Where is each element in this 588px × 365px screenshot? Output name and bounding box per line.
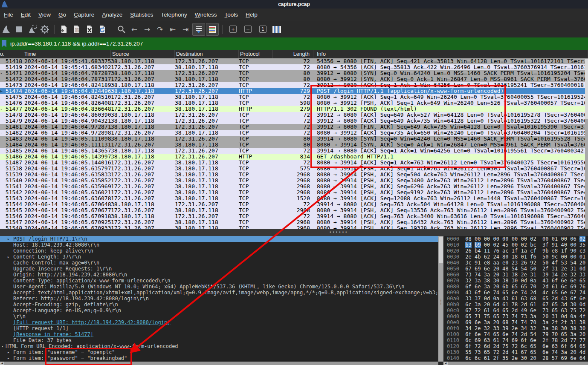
packet-row[interactable]: 514192024-06-14 19:45:41.683402172.31.26…	[0, 64, 585, 70]
packet-row[interactable]: 514832024-06-14 19:46:05.11109838.180.17…	[0, 136, 585, 142]
packet-row[interactable]: 514782024-06-14 19:46:04.86039038.180.17…	[0, 112, 585, 118]
packet-row[interactable]: 514732024-06-14 19:46:04.82418938.180.17…	[0, 82, 585, 88]
packet-row[interactable]: 515422024-06-14 19:46:05.636021172.31.26…	[0, 190, 585, 195]
menu-edit[interactable]: Edit	[17, 11, 35, 18]
column-header-source[interactable]: Source	[111, 50, 175, 58]
packet-row[interactable]: 515412024-06-14 19:46:05.635969172.31.26…	[0, 184, 585, 190]
detail-line[interactable]: Referer: http://18.194.239.42:8080/login…	[0, 296, 438, 302]
colorize-icon[interactable]	[206, 23, 219, 36]
hex-row[interactable]: 00b0 6c 3a 20 6d 61 78 2d 61 67 65 3d 30…	[443, 302, 588, 308]
column-header-time[interactable]: Time	[22, 50, 111, 58]
hex-row[interactable]: 0090 43 6f 6e 74 65 6e 74 2d 4c 65 6e 67…	[443, 290, 588, 296]
hex-row[interactable]: 0020 26 b4 11 76 ac 1f 1a cf 9b e8 1f 90…	[443, 248, 588, 254]
close-file-icon[interactable]	[84, 23, 96, 35]
detail-line[interactable]: Connection: keep-alive\r\n	[0, 248, 438, 254]
packet-list-scrollbar[interactable]	[585, 58, 588, 229]
packet-row[interactable]: 515482024-06-14 19:46:05.670933172.31.26…	[0, 225, 585, 229]
collapsed-icon[interactable]: ▸	[7, 355, 9, 361]
detail-line[interactable]: \r\n	[0, 313, 438, 319]
hex-row[interactable]: 0010 b3 b9 00 02 45 00 02 bc 3f 91 40 00…	[443, 242, 588, 248]
column-header-destination[interactable]: Destination	[175, 50, 239, 58]
packet-row[interactable]: 515472024-06-14 19:46:05.670925172.31.26…	[0, 219, 585, 225]
packet-row[interactable]: -514772024-06-14 19:46:04.836648172.31.2…	[0, 106, 585, 112]
menu-go[interactable]: Go	[55, 11, 70, 18]
hex-row[interactable]: 00c0 67 72 61 64 65 2d 49 6e 73 65 63 75…	[443, 308, 588, 313]
hex-row[interactable]: 0100 6f 6e 74 65 6e 74 2d 54 79 70 65 3a…	[443, 331, 588, 337]
hex-row[interactable]: 0030 2e 4b 62 24 80 18 01 f6 50 9c 00 00…	[443, 254, 588, 260]
hex-row[interactable]: 0050 67 69 6e 20 48 54 54 50 2f 31 2e 31…	[443, 266, 588, 272]
collapsed-icon[interactable]: ▸	[7, 236, 9, 242]
open-file-icon[interactable]	[58, 23, 70, 35]
packet-row[interactable]: -514822024-06-14 19:46:04.972898172.31.2…	[0, 130, 585, 136]
hex-row[interactable]: 00e0 69 6e 3a 20 68 74 74 70 3a 2f 2f 31…	[443, 319, 588, 325]
go-last-packet-icon[interactable]: ⇥	[180, 23, 191, 35]
packet-row[interactable]: 515392024-06-14 19:46:05.635833172.31.26…	[0, 172, 585, 178]
column-header-no[interactable]: No.	[0, 50, 22, 58]
hex-row[interactable]: 0120 6f 72 6d 2d 75 72 6c 65 6e 63 6f 64…	[443, 343, 588, 349]
packet-row[interactable]: 515452024-06-14 19:46:05.670677172.31.26…	[0, 207, 585, 213]
scroll-left-icon[interactable]: ◀	[443, 362, 448, 365]
menu-file[interactable]: File	[0, 11, 17, 18]
filter-bookmark-icon[interactable]	[2, 40, 6, 47]
detail-horizontal-scrollbar[interactable]: ◀	[0, 362, 438, 365]
packet-row[interactable]: 514182024-06-14 19:45:41.68337538.180.17…	[0, 58, 585, 64]
resize-columns-icon[interactable]	[271, 23, 283, 35]
detail-line[interactable]: Accept-Encoding: gzip, deflate\r\n	[0, 302, 438, 308]
packet-row[interactable]: 515402024-06-14 19:46:05.635852172.31.26…	[0, 178, 585, 184]
start-capture-icon[interactable]	[0, 23, 12, 35]
menu-help[interactable]: Help	[242, 11, 261, 18]
menu-statistics[interactable]: Statistics	[126, 11, 157, 18]
detail-line[interactable]: File Data: 37 bytes	[0, 337, 438, 343]
collapsed-icon[interactable]: ▸	[7, 254, 9, 260]
packet-row[interactable]: 514842024-06-14 19:46:05.111131172.31.26…	[0, 142, 585, 148]
stop-capture-icon[interactable]	[13, 23, 25, 35]
detail-line[interactable]: User-Agent: Mozilla/5.0 (Windows NT 10.0…	[0, 284, 438, 290]
zoom-in-icon[interactable]: +	[229, 26, 237, 33]
menu-capture[interactable]: Capture	[70, 11, 98, 18]
packet-row[interactable]: -514712024-06-14 19:46:04.78728738.180.1…	[0, 70, 585, 76]
detail-line[interactable]: Host: 18.194.239.42:8080\r\n	[0, 242, 438, 248]
packet-row[interactable]: 515442024-06-14 19:46:05.67064838.180.17…	[0, 201, 585, 207]
hex-row[interactable]: 0130 55 73 65 72 2d 41 67 65 6e 74 3a 20…	[443, 349, 588, 355]
detail-line[interactable]: [Full request URI: http://18.194.239.42:…	[0, 319, 438, 325]
hex-row[interactable]: 0140 6c 6c 61 2f 35 2e 30 20 28 57 69 6e…	[443, 355, 588, 361]
capture-options-icon[interactable]	[39, 23, 51, 35]
auto-scroll-icon[interactable]	[192, 23, 205, 36]
hex-row[interactable]: 0070 32 3a 38 30 38 30 0d 0a 43 6f 6e 6e…	[443, 278, 588, 284]
hex-row[interactable]: 00d0 65 71 75 65 73 74 73 3a 20 31 0d 0a…	[443, 313, 588, 319]
restart-capture-icon[interactable]	[26, 23, 38, 35]
column-header-info[interactable]: Info	[313, 50, 588, 58]
detail-line[interactable]: ▾HTML Form URL Encoded: application/x-ww…	[0, 343, 438, 349]
detail-line[interactable]: Upgrade-Insecure-Requests: 1\r\n	[0, 266, 438, 272]
detail-line[interactable]: [HTTP request 1/1]	[0, 325, 438, 331]
hex-row[interactable]: 0040 3c 91 e8 aa e0 23 26 92 50 4f 53 54…	[443, 260, 588, 266]
menu-tools[interactable]: Tools	[221, 11, 242, 18]
hex-row[interactable]: 0000 08 00 00 00 00 00 00 02 00 01 00 06…	[443, 236, 588, 242]
packet-row[interactable]: 514792024-06-14 19:46:04.90432138.180.17…	[0, 118, 585, 124]
zoom-out-icon[interactable]: −	[244, 26, 252, 33]
packet-row[interactable]: 514872024-06-14 19:46:05.144016172.31.26…	[0, 160, 585, 166]
packet-row[interactable]: 514862024-06-14 19:46:05.14399738.180.17…	[0, 154, 585, 160]
normal-size-icon[interactable]: 1	[259, 26, 266, 33]
detail-line[interactable]: ▸Form item: "password" = "breakingbad"	[0, 355, 438, 361]
collapsed-icon[interactable]: ▸	[7, 349, 9, 355]
column-header-length[interactable]: Length	[273, 50, 313, 58]
packet-row[interactable]: 515432024-06-14 19:46:05.636078172.31.26…	[0, 195, 585, 201]
packet-row[interactable]: 514722024-06-14 19:46:04.787317172.31.26…	[0, 76, 585, 82]
pane-splitter[interactable]: ••••••	[0, 229, 588, 236]
detail-line[interactable]: Origin: http://18.194.239.42:8080\r\n	[0, 272, 438, 278]
detail-vertical-scrollbar[interactable]: ⋮⋮	[438, 236, 443, 362]
menu-wireless[interactable]: Wireless	[191, 11, 221, 18]
display-filter-input[interactable]: ip.addr==38.180.17.118 && ip.addr==172.3…	[10, 40, 143, 47]
detail-line[interactable]: Accept-Language: en-US,en;q=0.9\r\n	[0, 308, 438, 313]
hex-horizontal-scrollbar[interactable]: ◀	[443, 362, 588, 365]
go-first-packet-icon[interactable]: ⇤	[167, 23, 179, 35]
scroll-left-icon[interactable]: ◀	[0, 362, 4, 365]
go-forward-icon[interactable]: →	[141, 23, 153, 35]
expanded-icon[interactable]: ▾	[1, 343, 3, 349]
packet-row[interactable]: 515462024-06-14 19:46:05.67091838.180.17…	[0, 213, 585, 219]
packet-row[interactable]: 514752024-06-14 19:46:04.824510172.31.26…	[0, 94, 585, 100]
menu-telephony[interactable]: Telephony	[157, 11, 191, 18]
hex-row[interactable]: 0110 6c 69 63 61 74 69 6f 6e 2f 78 2d 77…	[443, 337, 588, 343]
reload-file-icon[interactable]	[96, 23, 108, 35]
